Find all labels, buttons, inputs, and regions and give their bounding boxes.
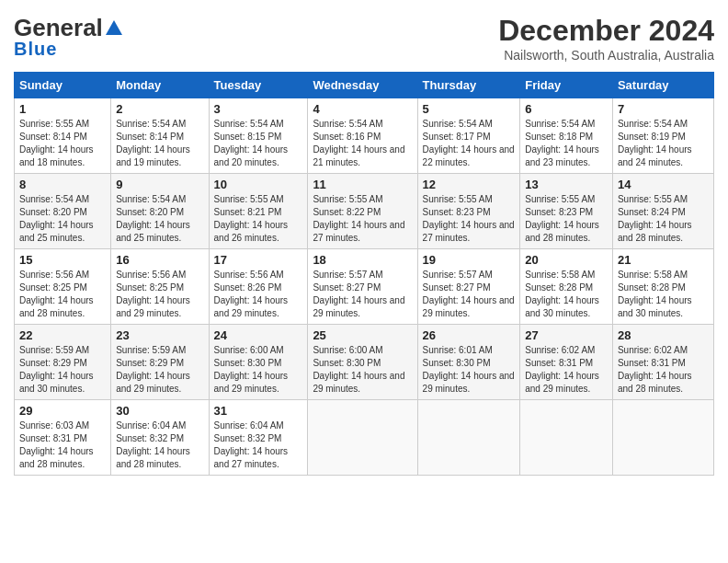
day-number: 9 [116, 178, 203, 191]
calendar-cell: 8Sunrise: 5:54 AM Sunset: 8:20 PM Daylig… [15, 174, 111, 249]
calendar-week-row: 1Sunrise: 5:55 AM Sunset: 8:14 PM Daylig… [15, 98, 714, 174]
calendar-cell [308, 400, 417, 476]
calendar-week-row: 8Sunrise: 5:54 AM Sunset: 8:20 PM Daylig… [15, 174, 714, 249]
calendar-cell [520, 400, 613, 476]
calendar-header-wednesday: Wednesday [308, 73, 417, 98]
calendar-cell: 30Sunrise: 6:04 AM Sunset: 8:32 PM Dayli… [111, 400, 209, 476]
calendar-header-saturday: Saturday [612, 73, 713, 98]
day-info: Sunrise: 6:03 AM Sunset: 8:31 PM Dayligh… [19, 419, 106, 471]
logo-area: General Blue [14, 14, 125, 60]
calendar-cell: 10Sunrise: 5:55 AM Sunset: 8:21 PM Dayli… [209, 174, 308, 249]
calendar-cell: 7Sunrise: 5:54 AM Sunset: 8:19 PM Daylig… [612, 98, 713, 174]
calendar-cell: 26Sunrise: 6:01 AM Sunset: 8:30 PM Dayli… [417, 325, 520, 400]
day-info: Sunrise: 5:55 AM Sunset: 8:21 PM Dayligh… [214, 193, 303, 245]
day-info: Sunrise: 5:55 AM Sunset: 8:24 PM Dayligh… [618, 193, 709, 245]
day-info: Sunrise: 5:54 AM Sunset: 8:18 PM Dayligh… [525, 118, 608, 169]
calendar-cell: 15Sunrise: 5:56 AM Sunset: 8:25 PM Dayli… [15, 249, 111, 325]
calendar-cell: 2Sunrise: 5:54 AM Sunset: 8:14 PM Daylig… [111, 98, 209, 174]
month-title: December 2024 [498, 14, 714, 48]
day-info: Sunrise: 5:57 AM Sunset: 8:27 PM Dayligh… [313, 269, 412, 320]
calendar-week-row: 15Sunrise: 5:56 AM Sunset: 8:25 PM Dayli… [15, 249, 714, 325]
day-info: Sunrise: 6:04 AM Sunset: 8:32 PM Dayligh… [116, 419, 203, 471]
calendar-cell: 16Sunrise: 5:56 AM Sunset: 8:25 PM Dayli… [111, 249, 209, 325]
day-number: 15 [19, 253, 106, 267]
calendar-week-row: 29Sunrise: 6:03 AM Sunset: 8:31 PM Dayli… [15, 400, 714, 476]
day-info: Sunrise: 5:54 AM Sunset: 8:17 PM Dayligh… [423, 118, 516, 169]
calendar-cell: 13Sunrise: 5:55 AM Sunset: 8:23 PM Dayli… [520, 174, 613, 249]
day-number: 24 [214, 328, 303, 342]
day-info: Sunrise: 5:55 AM Sunset: 8:14 PM Dayligh… [19, 118, 106, 169]
day-info: Sunrise: 5:54 AM Sunset: 8:20 PM Dayligh… [116, 193, 203, 245]
day-info: Sunrise: 5:55 AM Sunset: 8:23 PM Dayligh… [423, 193, 516, 245]
calendar-cell: 1Sunrise: 5:55 AM Sunset: 8:14 PM Daylig… [15, 98, 111, 174]
calendar-cell: 9Sunrise: 5:54 AM Sunset: 8:20 PM Daylig… [111, 174, 209, 249]
day-number: 27 [525, 328, 608, 342]
calendar-table: SundayMondayTuesdayWednesdayThursdayFrid… [14, 72, 714, 476]
calendar-cell: 18Sunrise: 5:57 AM Sunset: 8:27 PM Dayli… [308, 249, 417, 325]
logo-blue-text: Blue [14, 39, 57, 60]
calendar-header-friday: Friday [520, 73, 613, 98]
day-info: Sunrise: 5:59 AM Sunset: 8:29 PM Dayligh… [19, 344, 106, 396]
calendar-cell: 19Sunrise: 5:57 AM Sunset: 8:27 PM Dayli… [417, 249, 520, 325]
page-header: General Blue December 2024 Nailsworth, S… [14, 14, 714, 63]
calendar-cell: 17Sunrise: 5:56 AM Sunset: 8:26 PM Dayli… [209, 249, 308, 325]
day-number: 2 [116, 102, 203, 116]
calendar-header-sunday: Sunday [15, 73, 111, 98]
calendar-cell: 5Sunrise: 5:54 AM Sunset: 8:17 PM Daylig… [417, 98, 520, 174]
calendar-cell: 29Sunrise: 6:03 AM Sunset: 8:31 PM Dayli… [15, 400, 111, 476]
calendar-cell: 21Sunrise: 5:58 AM Sunset: 8:28 PM Dayli… [612, 249, 713, 325]
logo-icon [104, 18, 124, 39]
calendar-cell: 23Sunrise: 5:59 AM Sunset: 8:29 PM Dayli… [111, 325, 209, 400]
day-number: 31 [214, 404, 303, 418]
day-number: 18 [313, 253, 412, 267]
day-info: Sunrise: 6:01 AM Sunset: 8:30 PM Dayligh… [423, 344, 516, 396]
day-info: Sunrise: 5:56 AM Sunset: 8:26 PM Dayligh… [214, 269, 303, 320]
location-title: Nailsworth, South Australia, Australia [498, 48, 714, 63]
day-number: 28 [618, 328, 709, 342]
calendar-cell: 31Sunrise: 6:04 AM Sunset: 8:32 PM Dayli… [209, 400, 308, 476]
day-number: 16 [116, 253, 203, 267]
day-number: 25 [313, 328, 412, 342]
day-number: 26 [423, 328, 516, 342]
day-number: 5 [423, 102, 516, 116]
day-number: 23 [116, 328, 203, 342]
day-info: Sunrise: 5:56 AM Sunset: 8:25 PM Dayligh… [116, 269, 203, 320]
calendar-cell: 14Sunrise: 5:55 AM Sunset: 8:24 PM Dayli… [612, 174, 713, 249]
day-info: Sunrise: 5:54 AM Sunset: 8:15 PM Dayligh… [214, 118, 303, 169]
day-number: 19 [423, 253, 516, 267]
day-number: 6 [525, 102, 608, 116]
day-number: 8 [19, 178, 106, 191]
day-number: 10 [214, 178, 303, 191]
calendar-header-monday: Monday [111, 73, 209, 98]
day-number: 12 [423, 178, 516, 191]
calendar-cell: 20Sunrise: 5:58 AM Sunset: 8:28 PM Dayli… [520, 249, 613, 325]
day-number: 14 [618, 178, 709, 191]
day-number: 3 [214, 102, 303, 116]
day-info: Sunrise: 5:55 AM Sunset: 8:23 PM Dayligh… [525, 193, 608, 245]
calendar-cell [612, 400, 713, 476]
day-info: Sunrise: 5:54 AM Sunset: 8:20 PM Dayligh… [19, 193, 106, 245]
day-number: 1 [19, 102, 106, 116]
calendar-cell: 11Sunrise: 5:55 AM Sunset: 8:22 PM Dayli… [308, 174, 417, 249]
day-number: 22 [19, 328, 106, 342]
day-number: 7 [618, 102, 709, 116]
svg-marker-0 [106, 20, 122, 35]
calendar-header-tuesday: Tuesday [209, 73, 308, 98]
day-info: Sunrise: 5:58 AM Sunset: 8:28 PM Dayligh… [618, 269, 709, 320]
day-info: Sunrise: 5:58 AM Sunset: 8:28 PM Dayligh… [525, 269, 608, 320]
calendar-cell: 28Sunrise: 6:02 AM Sunset: 8:31 PM Dayli… [612, 325, 713, 400]
day-info: Sunrise: 6:00 AM Sunset: 8:30 PM Dayligh… [214, 344, 303, 396]
day-number: 17 [214, 253, 303, 267]
calendar-cell: 24Sunrise: 6:00 AM Sunset: 8:30 PM Dayli… [209, 325, 308, 400]
calendar-header-thursday: Thursday [417, 73, 520, 98]
day-info: Sunrise: 5:55 AM Sunset: 8:22 PM Dayligh… [313, 193, 412, 245]
day-info: Sunrise: 5:54 AM Sunset: 8:16 PM Dayligh… [313, 118, 412, 169]
calendar-cell: 12Sunrise: 5:55 AM Sunset: 8:23 PM Dayli… [417, 174, 520, 249]
day-info: Sunrise: 5:57 AM Sunset: 8:27 PM Dayligh… [423, 269, 516, 320]
day-number: 21 [618, 253, 709, 267]
calendar-cell [417, 400, 520, 476]
day-info: Sunrise: 6:02 AM Sunset: 8:31 PM Dayligh… [525, 344, 608, 396]
day-info: Sunrise: 5:56 AM Sunset: 8:25 PM Dayligh… [19, 269, 106, 320]
day-info: Sunrise: 5:54 AM Sunset: 8:14 PM Dayligh… [116, 118, 203, 169]
day-info: Sunrise: 6:00 AM Sunset: 8:30 PM Dayligh… [313, 344, 412, 396]
